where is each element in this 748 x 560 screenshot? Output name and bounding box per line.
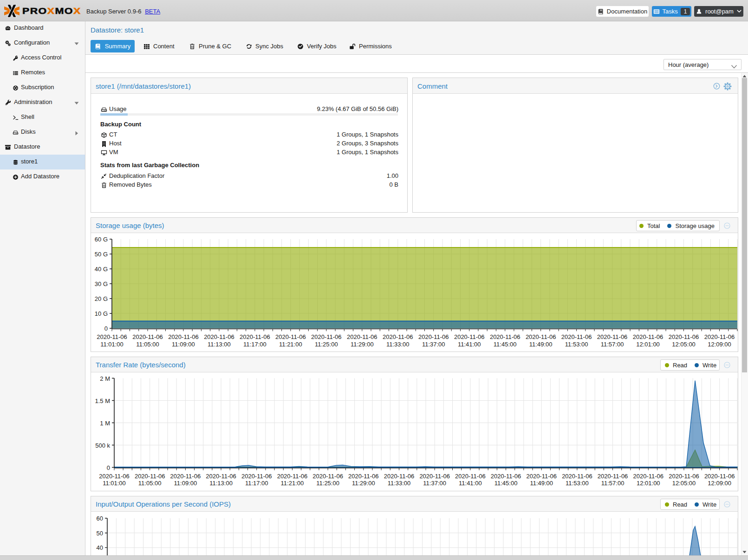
svg-text:50 G: 50 G	[95, 251, 108, 258]
svg-text:11:25:00: 11:25:00	[315, 341, 338, 348]
svg-text:11:33:00: 11:33:00	[388, 480, 411, 487]
svg-text:2020-11-06: 2020-11-06	[99, 473, 130, 480]
svg-text:11:57:00: 11:57:00	[601, 480, 624, 487]
svg-text:12:01:00: 12:01:00	[636, 341, 660, 348]
svg-text:500 k: 500 k	[95, 442, 110, 449]
svg-text:2020-11-06: 2020-11-06	[135, 473, 165, 480]
svg-text:40: 40	[97, 544, 103, 551]
svg-text:2020-11-06: 2020-11-06	[598, 473, 628, 480]
svg-text:10 G: 10 G	[95, 310, 108, 317]
svg-text:11:01:00: 11:01:00	[100, 341, 124, 348]
svg-text:2020-11-06: 2020-11-06	[526, 473, 557, 480]
svg-text:1 M: 1 M	[100, 420, 110, 427]
svg-text:0: 0	[107, 464, 110, 471]
svg-text:2020-11-06: 2020-11-06	[240, 333, 270, 340]
svg-text:2020-11-06: 2020-11-06	[383, 333, 413, 340]
svg-text:11:41:00: 11:41:00	[458, 341, 481, 348]
svg-text:11:13:00: 11:13:00	[208, 341, 231, 348]
svg-text:2020-11-06: 2020-11-06	[669, 333, 699, 340]
svg-text:2020-11-06: 2020-11-06	[419, 473, 450, 480]
svg-text:2020-11-06: 2020-11-06	[633, 333, 663, 340]
svg-text:2020-11-06: 2020-11-06	[704, 333, 735, 340]
svg-text:11:37:00: 11:37:00	[423, 480, 446, 487]
svg-text:2020-11-06: 2020-11-06	[170, 473, 201, 480]
svg-text:2020-11-06: 2020-11-06	[348, 473, 379, 480]
svg-text:11:13:00: 11:13:00	[209, 480, 233, 487]
svg-text:2020-11-06: 2020-11-06	[132, 333, 163, 340]
svg-text:11:21:00: 11:21:00	[281, 480, 304, 487]
svg-text:11:17:00: 11:17:00	[243, 341, 267, 348]
svg-text:2020-11-06: 2020-11-06	[277, 473, 308, 480]
svg-text:2020-11-06: 2020-11-06	[275, 333, 306, 340]
svg-text:2020-11-06: 2020-11-06	[633, 473, 664, 480]
svg-text:2020-11-06: 2020-11-06	[312, 473, 343, 480]
svg-text:12:01:00: 12:01:00	[637, 480, 660, 487]
svg-text:60 G: 60 G	[95, 236, 108, 243]
svg-text:2020-11-06: 2020-11-06	[206, 473, 236, 480]
svg-text:2020-11-06: 2020-11-06	[491, 473, 521, 480]
svg-text:2020-11-06: 2020-11-06	[241, 473, 272, 480]
svg-text:2020-11-06: 2020-11-06	[490, 333, 520, 340]
svg-text:11:09:00: 11:09:00	[174, 480, 197, 487]
svg-text:11:49:00: 11:49:00	[530, 480, 553, 487]
svg-text:2020-11-06: 2020-11-06	[526, 333, 556, 340]
svg-text:2020-11-06: 2020-11-06	[347, 333, 377, 340]
svg-text:11:53:00: 11:53:00	[566, 480, 589, 487]
svg-text:11:09:00: 11:09:00	[172, 341, 195, 348]
svg-text:0: 0	[104, 325, 108, 332]
svg-text:2020-11-06: 2020-11-06	[97, 333, 127, 340]
svg-text:2020-11-06: 2020-11-06	[704, 473, 735, 480]
svg-text:11:29:00: 11:29:00	[351, 341, 374, 348]
svg-text:11:45:00: 11:45:00	[494, 480, 518, 487]
svg-text:2020-11-06: 2020-11-06	[204, 333, 234, 340]
svg-text:2020-11-06: 2020-11-06	[669, 473, 699, 480]
svg-text:2020-11-06: 2020-11-06	[418, 333, 449, 340]
svg-text:30 G: 30 G	[95, 280, 108, 287]
svg-text:12:09:00: 12:09:00	[708, 480, 731, 487]
svg-text:11:53:00: 11:53:00	[565, 341, 588, 348]
svg-text:50: 50	[97, 530, 103, 537]
svg-text:11:45:00: 11:45:00	[494, 341, 517, 348]
svg-text:11:57:00: 11:57:00	[601, 341, 624, 348]
svg-text:2020-11-06: 2020-11-06	[168, 333, 199, 340]
svg-text:2020-11-06: 2020-11-06	[597, 333, 628, 340]
svg-text:12:05:00: 12:05:00	[672, 341, 696, 348]
svg-text:2 M: 2 M	[100, 375, 110, 382]
svg-text:40 G: 40 G	[95, 266, 108, 273]
svg-text:20 G: 20 G	[95, 295, 108, 302]
svg-text:11:01:00: 11:01:00	[103, 480, 126, 487]
svg-text:11:17:00: 11:17:00	[245, 480, 268, 487]
svg-text:1.5 M: 1.5 M	[95, 397, 110, 404]
svg-text:60: 60	[97, 515, 103, 522]
svg-text:11:05:00: 11:05:00	[136, 341, 159, 348]
svg-text:2020-11-06: 2020-11-06	[562, 473, 592, 480]
svg-text:12:09:00: 12:09:00	[708, 341, 731, 348]
svg-text:2020-11-06: 2020-11-06	[311, 333, 342, 340]
svg-text:2020-11-06: 2020-11-06	[384, 473, 415, 480]
svg-text:11:25:00: 11:25:00	[316, 480, 339, 487]
svg-text:2020-11-06: 2020-11-06	[561, 333, 592, 340]
svg-text:11:37:00: 11:37:00	[422, 341, 445, 348]
svg-text:2020-11-06: 2020-11-06	[455, 473, 486, 480]
svg-text:11:29:00: 11:29:00	[352, 480, 375, 487]
svg-text:11:33:00: 11:33:00	[386, 341, 410, 348]
svg-text:11:41:00: 11:41:00	[459, 480, 482, 487]
svg-text:11:05:00: 11:05:00	[138, 480, 162, 487]
svg-text:11:21:00: 11:21:00	[279, 341, 302, 348]
svg-text:12:05:00: 12:05:00	[672, 480, 696, 487]
svg-text:11:49:00: 11:49:00	[529, 341, 553, 348]
svg-text:2020-11-06: 2020-11-06	[454, 333, 485, 340]
